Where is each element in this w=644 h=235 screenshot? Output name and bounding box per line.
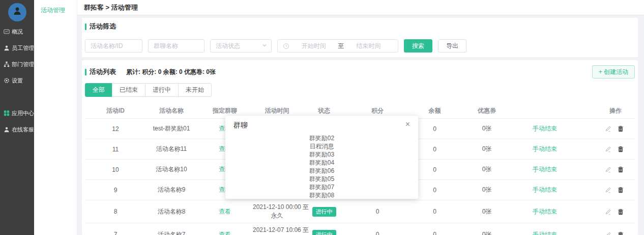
column-header: 活动名称 — [146, 107, 197, 115]
sidebar-item-label: 员工管理 — [12, 44, 34, 52]
cell-activity-time: 2021-12-10 00:00 至永久 — [253, 203, 301, 221]
delete-icon[interactable] — [618, 146, 624, 152]
gear-icon — [4, 77, 10, 84]
view-link[interactable]: 查看 — [219, 208, 231, 215]
manual-end-link[interactable]: 手动结束 — [533, 124, 557, 133]
row-action-icons — [605, 187, 635, 193]
sidebar-item-apps[interactable]: 应用中心 — [0, 105, 34, 121]
delete-icon[interactable] — [618, 231, 624, 235]
cell-activity-name: 活动名称10 — [146, 165, 197, 174]
manual-end-link[interactable]: 手动结束 — [533, 145, 557, 153]
submenu-item-activity[interactable]: 活动管理 — [34, 0, 77, 15]
cell-coupons: 0张 — [461, 186, 512, 194]
edit-icon[interactable] — [605, 231, 611, 235]
row-action-icons — [605, 125, 635, 132]
column-header: 活动ID — [85, 107, 146, 115]
tab-3[interactable]: 未开始 — [178, 83, 212, 97]
tab-0[interactable]: 全部 — [85, 83, 112, 97]
manual-end-link[interactable]: 手动结束 — [533, 207, 557, 216]
filter-section-title: 活动筛选 — [85, 22, 635, 31]
sidebar-item-label: 部门管理 — [12, 61, 34, 68]
status-select-placeholder: 活动状态 — [216, 42, 240, 50]
filter-row: 活动状态 开始时间 至 结束时间 搜索 导出 — [85, 39, 635, 53]
delete-icon[interactable] — [618, 187, 624, 193]
manual-end-link[interactable]: 手动结束 — [533, 230, 557, 235]
cell-status: 进行中 — [301, 207, 347, 217]
sidebar-nav: 概况员工管理部门管理设置应用中心在线客服 — [0, 23, 34, 138]
activity-status-select[interactable]: 活动状态 — [210, 39, 272, 53]
cell-group-chat: 查看 — [197, 230, 253, 235]
activity-name-input[interactable] — [85, 39, 142, 53]
cell-operations: 手动结束 — [512, 165, 635, 174]
person-icon — [4, 45, 10, 51]
submenu-panel: 活动管理 — [34, 0, 77, 235]
app-logo[interactable] — [8, 3, 26, 21]
cell-activity-id: 9 — [85, 187, 146, 194]
green-bar-icon — [85, 69, 86, 75]
cell-activity-id: 12 — [85, 125, 146, 133]
sidebar-item-label: 应用中心 — [12, 110, 34, 117]
cell-points: 0 — [347, 208, 408, 215]
cell-balance: 0 — [408, 231, 461, 235]
group-chat-item: 群奖励07 — [233, 183, 410, 191]
sidebar-item-department[interactable]: 部门管理 — [0, 56, 34, 72]
cell-operations: 手动结束 — [512, 207, 635, 216]
cell-activity-name: 活动名称9 — [146, 186, 197, 194]
tab-1[interactable]: 已结束 — [112, 83, 145, 97]
cell-status: 进行中 — [301, 230, 347, 235]
cell-activity-name: 活动名称8 — [146, 207, 197, 216]
edit-icon[interactable] — [605, 125, 611, 132]
manual-end-link[interactable]: 手动结束 — [533, 165, 557, 174]
group-chat-item: 群奖励02 — [233, 134, 410, 142]
edit-icon[interactable] — [605, 166, 611, 173]
view-link[interactable]: 查看 — [219, 231, 231, 235]
end-time-placeholder: 结束时间 — [344, 42, 393, 50]
delete-icon[interactable] — [618, 208, 624, 215]
group-name-input[interactable] — [148, 39, 204, 53]
column-header: 状态 — [301, 107, 347, 115]
status-tabs: 全部已结束进行中未开始 — [85, 83, 635, 97]
delete-icon[interactable] — [618, 125, 624, 132]
sidebar-item-overview[interactable]: 概况 — [0, 23, 34, 40]
clock-icon — [283, 43, 289, 49]
cell-operations: 手动结束 — [512, 124, 635, 133]
create-activity-button[interactable]: + 创建活动 — [592, 65, 635, 79]
cell-activity-id: 8 — [85, 208, 146, 215]
filter-card: 活动筛选 活动状态 开始时间 至 结束时间 搜索 导出 — [82, 18, 638, 57]
tab-2[interactable]: 进行中 — [145, 83, 179, 97]
column-header: 余额 — [408, 107, 461, 115]
cell-coupons: 0张 — [461, 145, 512, 153]
close-icon[interactable]: × — [405, 121, 410, 128]
delete-icon[interactable] — [618, 166, 624, 173]
green-bar-icon — [85, 23, 86, 30]
search-button[interactable]: 搜索 — [404, 39, 432, 53]
date-range-picker[interactable]: 开始时间 至 结束时间 — [277, 39, 398, 53]
filter-title: 活动筛选 — [90, 22, 116, 31]
cell-coupons: 0张 — [461, 230, 512, 235]
modal-title: 群聊 — [233, 121, 248, 130]
table-row: 8活动名称8查看2021-12-10 00:00 至永久进行中000张手动结束 — [85, 200, 635, 223]
status-badge: 进行中 — [312, 207, 336, 217]
sidebar-item-settings[interactable]: 设置 — [0, 72, 34, 89]
edit-icon[interactable] — [605, 208, 611, 215]
group-chat-item: 群奖励04 — [233, 159, 410, 167]
cell-activity-id: 10 — [85, 166, 146, 173]
manual-end-link[interactable]: 手动结束 — [533, 186, 557, 194]
edit-icon[interactable] — [605, 187, 611, 193]
mascot-icon — [12, 6, 23, 19]
start-time-placeholder: 开始时间 — [289, 42, 338, 50]
column-header: 积分 — [347, 107, 408, 115]
list-header: 活动列表 累计: 积分: 0 余额: 0 优惠卷: 0张 + 创建活动 — [85, 65, 635, 79]
cell-group-chat: 查看 — [197, 207, 253, 216]
export-button[interactable]: 导出 — [438, 39, 466, 53]
sidebar-item-service[interactable]: 在线客服 — [0, 121, 34, 138]
headset-person-icon — [4, 126, 10, 133]
row-action-icons — [605, 208, 635, 215]
cell-coupons: 0张 — [461, 124, 512, 133]
column-header: 活动时间 — [253, 107, 301, 115]
cell-activity-id: 11 — [85, 146, 146, 153]
sidebar-item-staff[interactable]: 员工管理 — [0, 40, 34, 56]
row-action-icons — [605, 166, 635, 173]
app-grid-icon — [4, 110, 10, 116]
edit-icon[interactable] — [605, 146, 611, 152]
